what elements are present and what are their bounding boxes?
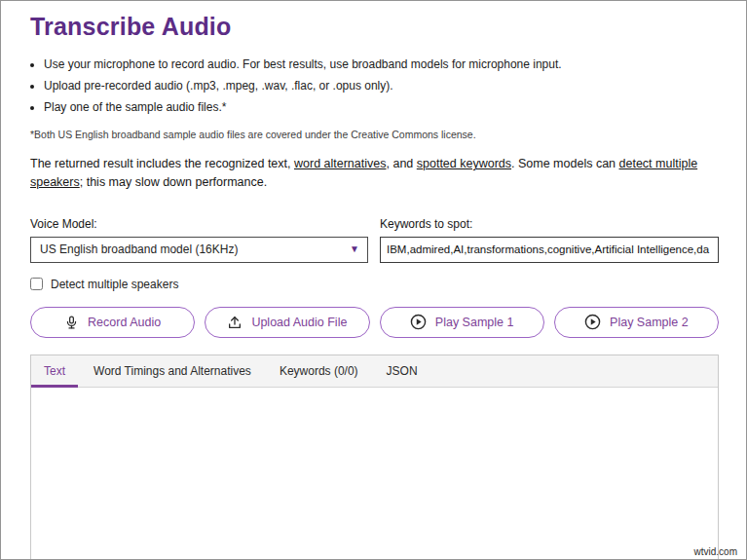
play-sample-2-label: Play Sample 2 (610, 316, 689, 329)
watermark: wtvid.com (694, 546, 737, 557)
record-audio-label: Record Audio (88, 316, 161, 329)
word-alternatives-link[interactable]: word alternatives (294, 157, 387, 170)
spotted-keywords-link[interactable]: spotted keywords (417, 157, 511, 170)
record-audio-button[interactable]: Record Audio (30, 307, 195, 338)
action-buttons-row: Record Audio Upload Audio File Play Samp… (30, 307, 719, 338)
tab-keywords[interactable]: Keywords (0/0) (267, 355, 371, 387)
play-icon (410, 314, 427, 330)
form-row: Voice Model: US English broadband model … (30, 217, 719, 263)
license-footnote: *Both US English broadband sample audio … (30, 129, 719, 140)
tab-json[interactable]: JSON (374, 355, 430, 387)
transcribe-audio-page: Transcribe Audio Use your microphone to … (0, 0, 747, 560)
keywords-field: Keywords to spot: (380, 217, 719, 263)
instruction-item: Play one of the sample audio files.* (44, 99, 719, 116)
description-text: . Some models can (511, 157, 618, 170)
upload-audio-label: Upload Audio File (251, 316, 347, 329)
instructions-list: Use your microphone to record audio. For… (44, 56, 719, 115)
result-description: The returned result includes the recogni… (30, 155, 719, 190)
tab-word-timings-alternatives[interactable]: Word Timings and Alternatives (81, 355, 264, 387)
detect-speakers-checkbox[interactable] (30, 278, 43, 290)
chevron-down-icon: ▼ (350, 244, 359, 254)
description-text: ; this may slow down performance. (80, 175, 267, 189)
voice-model-field: Voice Model: US English broadband model … (30, 217, 368, 263)
tab-text[interactable]: Text (31, 355, 78, 387)
description-text: , and (386, 157, 416, 170)
detect-speakers-row: Detect multiple speakers (30, 278, 719, 291)
upload-audio-button[interactable]: Upload Audio File (205, 307, 369, 338)
voice-model-label: Voice Model: (30, 217, 368, 231)
upload-icon (227, 315, 243, 330)
keywords-label: Keywords to spot: (380, 217, 719, 231)
play-sample-1-button[interactable]: Play Sample 1 (380, 307, 544, 338)
results-section: Text Word Timings and Alternatives Keywo… (30, 355, 719, 560)
output-panel (31, 388, 718, 560)
instruction-item: Use your microphone to record audio. For… (44, 56, 719, 73)
keywords-input[interactable] (380, 237, 719, 263)
instruction-item: Upload pre-recorded audio (.mp3, .mpeg, … (44, 78, 719, 94)
voice-model-select[interactable]: US English broadband model (16KHz) ▼ (30, 237, 368, 263)
description-text: The returned result includes the recogni… (30, 157, 294, 170)
play-sample-2-button[interactable]: Play Sample 2 (554, 307, 719, 338)
page-title: Transcribe Audio (30, 13, 719, 41)
detect-speakers-label: Detect multiple speakers (51, 278, 178, 291)
microphone-icon (64, 315, 79, 330)
play-icon (584, 314, 601, 330)
voice-model-value: US English broadband model (16KHz) (40, 243, 238, 256)
play-sample-1-label: Play Sample 1 (435, 316, 514, 329)
tab-bar: Text Word Timings and Alternatives Keywo… (31, 355, 718, 388)
